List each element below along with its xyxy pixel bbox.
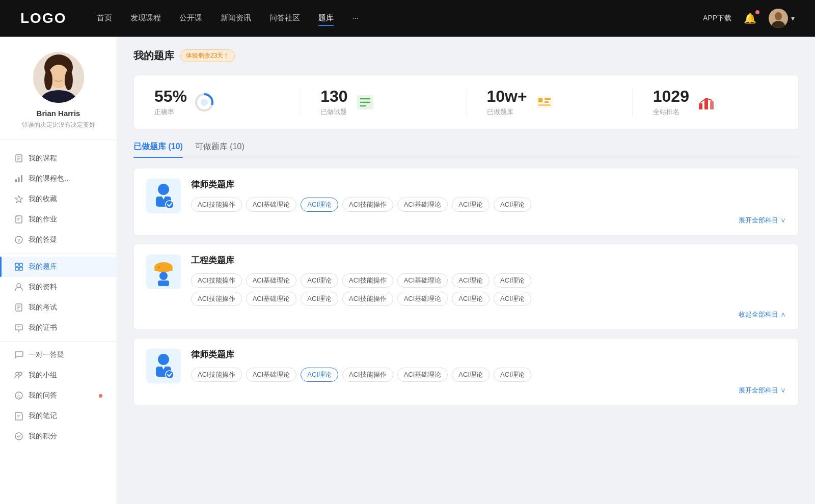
stat-done-banks-value: 10w+ [487,88,527,105]
sidebar-item-my-profile[interactable]: 我的资料 [0,277,117,297]
svg-rect-51 [699,103,702,109]
sidebar-item-label: 我的题库 [29,262,102,271]
stat-done-questions: 130 已做试题 [300,88,466,117]
tab-done-banks[interactable]: 已做题库 (10) [133,142,183,157]
sidebar-item-my-course[interactable]: 我的课程 [0,148,117,169]
tag[interactable]: ACI基础理论 [397,368,448,382]
tag-active[interactable]: ACI理论 [301,198,338,212]
qbank-icon-lawyer2 [146,349,181,383]
tag[interactable]: ACI基础理论 [246,292,297,306]
nav-home[interactable]: 首页 [97,11,112,26]
tag[interactable]: ACI理论 [452,368,490,382]
app-download-button[interactable]: APP下载 [703,14,731,23]
sidebar-item-my-exam[interactable]: 我的考试 [0,297,117,318]
sidebar-item-label: 我的收藏 [29,194,102,204]
sidebar-item-1v1-qa[interactable]: 一对一答疑 [0,345,117,365]
sidebar-menu: 我的课程 我的课程包... [0,140,117,455]
nav-discover[interactable]: 发现课程 [130,11,161,26]
stat-rank-label: 全站排名 [653,107,689,117]
tag[interactable]: ACI理论 [452,198,490,212]
collapse-button[interactable]: 收起全部科目 ∧ [191,310,786,319]
qbank-title: 律师类题库 [191,179,786,190]
sidebar-item-my-cert[interactable]: 我的证书 [0,318,117,338]
sidebar-item-my-notes[interactable]: 我的笔记 [0,406,117,426]
expand-button-2[interactable]: 展开全部科目 ∨ [191,386,786,395]
qbank-tags-row1-l2: ACI技能操作 ACI基础理论 ACI理论 ACI技能操作 ACI基础理论 AC… [191,368,786,382]
tag[interactable]: ACI理论 [452,292,490,306]
engineer-icon [151,258,176,286]
tag[interactable]: ACI理论 [301,292,338,306]
tabs-row: 已做题库 (10) 可做题库 (10) [133,142,799,158]
svg-point-60 [159,272,168,280]
tag[interactable]: ACI技能操作 [191,292,242,306]
notification-dot [99,394,102,398]
tag[interactable]: ACI技能操作 [191,368,242,382]
sidebar-item-my-favorites[interactable]: 我的收藏 [0,189,117,209]
svg-point-8 [65,70,73,90]
qbank-title: 工程类题库 [191,255,786,266]
tag[interactable]: ACI理论 [494,292,531,306]
nav-qa[interactable]: 问答社区 [269,11,300,26]
tag[interactable]: ACI基础理论 [397,273,448,288]
sidebar-item-my-questions[interactable]: Q 我的问答 [0,385,117,406]
tag[interactable]: ACI理论 [301,273,338,288]
svg-marker-16 [15,195,23,203]
svg-rect-50 [538,104,551,106]
file-icon [14,154,23,163]
star-icon [14,194,23,204]
tag[interactable]: ACI基础理论 [246,198,297,212]
nav-opencourse[interactable]: 公开课 [179,11,202,26]
tag[interactable]: ACI技能操作 [342,292,393,306]
sidebar-item-label: 我的课程 [29,154,102,163]
svg-point-56 [166,201,174,209]
svg-rect-59 [158,266,160,268]
cert-icon [14,323,23,332]
tag[interactable]: ACI技能操作 [342,273,393,288]
expand-button[interactable]: 展开全部科目 ∨ [191,216,786,225]
tag[interactable]: ACI理论 [494,368,531,382]
bell-icon[interactable]: 🔔 [744,12,756,24]
user-avatar-menu[interactable]: ▾ [769,9,795,28]
tag[interactable]: ACI基础理论 [246,368,297,382]
logo: LOGO [20,10,66,26]
sidebar-item-label: 我的课程包... [29,174,102,183]
tag[interactable]: ACI基础理论 [397,292,448,306]
tag[interactable]: ACI技能操作 [191,198,242,212]
svg-rect-24 [15,267,18,270]
nav-more[interactable]: ··· [352,11,359,26]
tag[interactable]: ACI技能操作 [342,198,393,212]
sidebar-item-my-points[interactable]: 我的积分 [0,426,117,446]
note-icon [14,411,23,421]
paper-icon [14,303,23,312]
nav-news[interactable]: 新闻资讯 [221,11,251,26]
nav-qbank[interactable]: 题库 [318,11,334,26]
tag[interactable]: ACI基础理论 [397,198,448,212]
sidebar-item-my-qa[interactable]: ? 我的答疑 [0,230,117,250]
tag[interactable]: ACI理论 [452,273,490,288]
sidebar-item-label: 我的积分 [29,432,102,441]
stat-done-q-value: 130 [320,88,347,105]
tag[interactable]: ACI理论 [494,273,531,288]
qbank-card-lawyer-1: 律师类题库 ACI技能操作 ACI基础理论 ACI理论 ACI技能操作 ACI基… [133,168,799,236]
stats-row: 55% 正确率 130 已做试题 [133,75,799,129]
tag[interactable]: ACI理论 [494,198,531,212]
tag-active[interactable]: ACI理论 [301,368,338,382]
tag[interactable]: ACI基础理论 [246,273,297,288]
chevron-down-icon: ▾ [791,14,795,22]
qbank-title: 律师类题库 [191,349,786,360]
tag[interactable]: ACI技能操作 [191,273,242,288]
layout: Brian Harris 错误的决定比没有决定要好 我的课程 [0,37,815,504]
qa-icon: Q [14,391,23,400]
tab-available-banks[interactable]: 可做题库 (10) [195,142,244,157]
sidebar-item-label: 我的作业 [29,215,102,224]
sidebar-item-my-package[interactable]: 我的课程包... [0,169,117,189]
svg-rect-58 [154,268,173,271]
sidebar-item-my-qbank[interactable]: 我的题库 [0,257,117,277]
pie-icon [194,92,214,113]
sidebar-item-my-group[interactable]: 我的小组 [0,365,117,385]
profile-avatar [33,52,84,103]
qbank-tags-row1: ACI技能操作 ACI基础理论 ACI理论 ACI技能操作 ACI基础理论 AC… [191,198,786,212]
sidebar-item-label: 我的答疑 [29,235,102,244]
sidebar-item-my-homework[interactable]: 我的作业 [0,209,117,230]
tag[interactable]: ACI技能操作 [342,368,393,382]
